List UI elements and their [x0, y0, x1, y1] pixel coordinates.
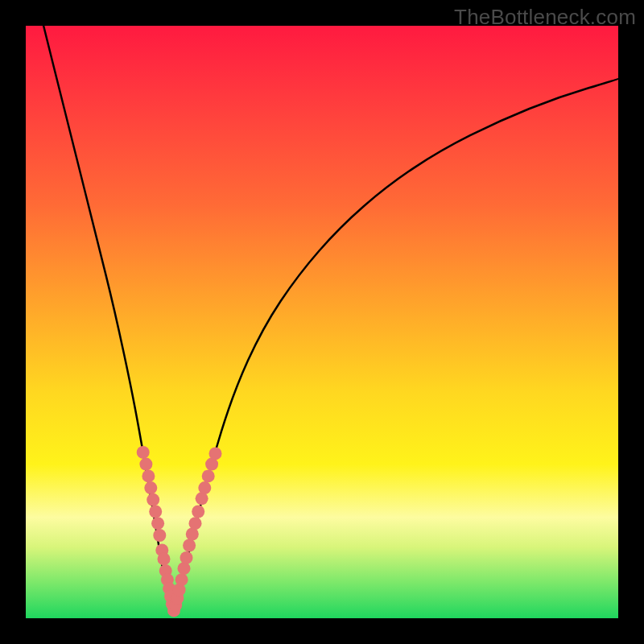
highlight-marker: [153, 529, 166, 542]
plot-area: [26, 26, 618, 618]
chart-frame: TheBottleneck.com: [0, 0, 644, 644]
highlight-marker: [147, 493, 159, 506]
marker-group: [137, 446, 222, 617]
highlight-marker: [189, 517, 202, 530]
highlight-marker: [144, 481, 157, 494]
highlight-marker: [158, 552, 171, 565]
highlight-marker: [139, 458, 152, 471]
highlight-marker: [142, 469, 155, 482]
highlight-marker: [151, 517, 164, 530]
highlight-marker: [209, 447, 222, 460]
curve-svg: [26, 26, 618, 618]
highlight-marker: [192, 506, 204, 518]
bottleneck-curve: [43, 26, 618, 610]
highlight-marker: [137, 446, 150, 459]
highlight-marker: [183, 539, 196, 552]
highlight-marker: [149, 506, 162, 518]
highlight-marker: [198, 481, 211, 494]
highlight-marker: [180, 551, 193, 564]
highlight-marker: [178, 562, 191, 575]
highlight-marker: [175, 573, 188, 586]
highlight-marker: [202, 469, 215, 482]
